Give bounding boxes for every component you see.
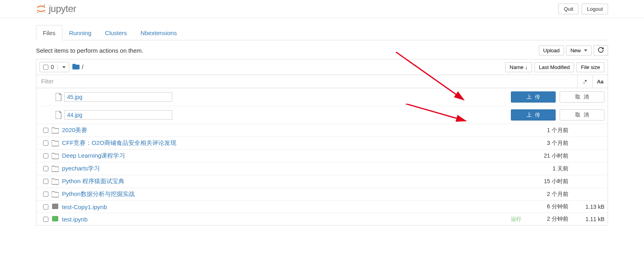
filter-regex-toggle[interactable]: .* (577, 75, 592, 88)
row-checkbox[interactable] (43, 128, 48, 133)
tab-files[interactable]: Files (36, 25, 62, 40)
pending-uploads: 上传取消上传取消 (36, 88, 608, 124)
file-row: Deep Learning课程学习21 小时前 (36, 150, 608, 162)
tab-clusters[interactable]: Clusters (98, 25, 134, 40)
row-checkbox[interactable] (43, 153, 48, 158)
folder-icon (52, 178, 60, 185)
file-icon (56, 93, 62, 101)
sort-name-button[interactable]: Name ↓ (505, 62, 532, 72)
row-checkbox[interactable] (43, 204, 48, 210)
select-count: 0 (51, 64, 54, 70)
sort-modified-button[interactable]: Last Modified (534, 62, 574, 72)
name-col-label: Name (510, 64, 524, 70)
upload-row: 上传取消 (36, 88, 608, 106)
refresh-button[interactable] (594, 45, 608, 56)
filter-row: .* Aa (36, 75, 608, 88)
row-checkbox[interactable] (43, 140, 48, 146)
svg-point-2 (44, 12, 45, 13)
file-name-link[interactable]: pyecharts学习 (62, 165, 100, 172)
new-button-label: New (570, 47, 581, 53)
file-name-link[interactable]: CFF竞赛：O2O商铺食品安全相关评论发现 (62, 139, 176, 147)
notebook-icon (52, 204, 60, 210)
folder-icon (52, 127, 60, 134)
file-name-link[interactable]: test-Copy1.ipynb (62, 204, 107, 210)
filter-case-toggle[interactable]: Aa (592, 75, 608, 88)
file-size: 1.13 kB (568, 204, 604, 210)
file-name-link[interactable]: Python 程序猿面试宝典 (62, 178, 124, 185)
new-button[interactable]: New (566, 45, 592, 55)
file-modified: 2 分钟前 (524, 216, 568, 223)
folder-icon (52, 166, 60, 172)
upload-button[interactable]: Upload (539, 45, 564, 55)
logout-button[interactable]: Logout (582, 4, 608, 14)
upload-cancel-button[interactable]: 取消 (560, 91, 604, 103)
file-name-link[interactable]: test.ipynb (62, 216, 88, 223)
upload-row: 上传取消 (36, 106, 608, 124)
svg-point-1 (37, 12, 38, 13)
file-modified: 3 个月前 (524, 140, 568, 147)
file-icon (56, 111, 62, 119)
file-list-box: 0 / Name ↓ Last Modified File size (36, 59, 608, 225)
running-status: 运行 (511, 216, 521, 223)
file-modified: 6 分钟前 (524, 203, 568, 210)
upload-filename-input[interactable] (64, 110, 172, 120)
quit-button[interactable]: Quit (558, 4, 578, 14)
svg-point-0 (44, 4, 45, 6)
breadcrumb[interactable]: / (72, 64, 84, 71)
file-name-link[interactable]: Deep Learning课程学习 (62, 152, 125, 160)
row-checkbox[interactable] (43, 179, 48, 184)
file-name-link[interactable]: Python数据分析与挖掘实战 (62, 190, 135, 198)
file-modified: 1 个月前 (524, 127, 568, 134)
tab-nbextensions[interactable]: Nbextensions (134, 25, 184, 40)
file-name-link[interactable]: 2020美赛 (62, 127, 87, 134)
file-modified: 21 小时前 (524, 152, 568, 160)
file-row: CFF竞赛：O2O商铺食品安全相关评论发现3 个月前 (36, 137, 608, 150)
select-all-checkbox[interactable] (43, 65, 48, 70)
file-row: Python数据分析与挖掘实战2 个月前 (36, 188, 608, 201)
file-modified: 1 天前 (524, 165, 568, 172)
list-header: 0 / Name ↓ Last Modified File size (36, 59, 608, 75)
file-size: 1.11 kB (568, 216, 604, 222)
upload-confirm-button[interactable]: 上传 (511, 109, 556, 121)
file-modified: 2 个月前 (524, 191, 568, 198)
jupyter-logo-icon (36, 4, 46, 14)
notebook-icon (52, 216, 60, 222)
refresh-icon (598, 47, 604, 54)
row-checkbox[interactable] (43, 217, 48, 222)
upload-filename-input[interactable] (64, 92, 172, 102)
row-checkbox[interactable] (43, 166, 48, 171)
upload-cancel-button[interactable]: 取消 (560, 109, 604, 121)
toolbar-right: Upload New (539, 45, 608, 56)
file-row: Python 程序猿面试宝典15 小时前 (36, 175, 608, 188)
file-row: test.ipynb运行2 分钟前1.11 kB (36, 213, 608, 225)
jupyter-logo[interactable]: jupyter (36, 3, 76, 14)
file-row: test-Copy1.ipynb6 分钟前1.13 kB (36, 201, 608, 213)
sort-size-button[interactable]: File size (576, 62, 604, 72)
logo-text: jupyter (49, 3, 76, 14)
header-buttons: Quit Logout (558, 4, 608, 14)
upload-confirm-button[interactable]: 上传 (511, 91, 556, 103)
instruction-text: Select items to perform actions on them. (36, 47, 143, 54)
toolbar-row: Select items to perform actions on them.… (36, 45, 608, 56)
arrow-down-icon: ↓ (525, 64, 528, 70)
folder-icon (52, 140, 60, 146)
file-row: 2020美赛1 个月前 (36, 124, 608, 137)
tab-running[interactable]: Running (62, 25, 98, 40)
folder-icon (52, 153, 60, 159)
page-header: jupyter Quit Logout (0, 0, 644, 18)
breadcrumb-sep: / (82, 64, 84, 70)
filter-input[interactable] (36, 75, 577, 88)
column-headers: Name ↓ Last Modified File size (505, 62, 604, 72)
main-container: Files Running Clusters Nbextensions Sele… (0, 25, 644, 225)
row-checkbox[interactable] (43, 192, 48, 197)
file-modified: 15 小时前 (524, 178, 568, 185)
chevron-down-icon (584, 49, 587, 51)
file-row: pyecharts学习1 天前 (36, 162, 608, 175)
folder-icon (72, 64, 80, 71)
chevron-down-icon (62, 66, 66, 68)
file-rows: 2020美赛1 个月前CFF竞赛：O2O商铺食品安全相关评论发现3 个月前Dee… (36, 124, 608, 225)
nav-tabs: Files Running Clusters Nbextensions (36, 25, 608, 40)
folder-icon (52, 191, 60, 198)
select-all-control[interactable]: 0 (40, 62, 69, 72)
